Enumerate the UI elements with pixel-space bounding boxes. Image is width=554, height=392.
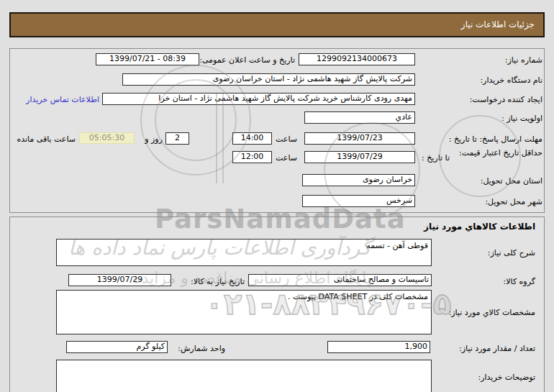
delivery-city-field[interactable]: سرخس <box>302 195 415 207</box>
reply-deadline-date-field[interactable]: 1399/07/23 <box>304 132 415 145</box>
need-details-page: جزئیات اطلاعات نیاز شماره نیاز: 12990921… <box>0 0 554 392</box>
priority-label: اولویت نیاز : <box>501 114 542 123</box>
priority-field[interactable]: عادي <box>304 111 415 124</box>
reply-deadline-hour-label: ساعت <box>276 135 297 144</box>
need-date-field[interactable]: 1399/07/29 <box>68 274 171 286</box>
request-creator-field[interactable]: مهدی رودی کارشناس خرید شرکت پالایش گاز ش… <box>102 93 415 105</box>
announce-datetime-field[interactable]: 1399/07/21 - 08:39 <box>96 53 199 65</box>
delivery-city-label: شهر محل تحویل: <box>485 197 542 206</box>
announce-datetime-label: تاریخ و ساعت اعلان عمومی: <box>199 55 295 65</box>
need-number-field[interactable]: 1299092134000673 <box>299 53 415 65</box>
quantity-field[interactable]: 1,900 <box>327 341 430 353</box>
specs-field[interactable]: مشخصات کلی در DATA SHEET پیوست . <box>56 290 432 334</box>
price-validity-label: حداقل تاریخ اعتبار قیمت: <box>458 148 542 158</box>
specs-label: مشخصات کالاي مورد نیاز: <box>448 308 535 317</box>
need-number-label: شماره نیاز: <box>505 55 542 65</box>
price-validity-date-field[interactable]: 1399/07/29 <box>304 151 415 163</box>
goods-group-field[interactable]: تاسیسات و مصالح ساختمانی <box>248 274 432 286</box>
general-desc-field[interactable]: قوطی آهن - تسمه <box>56 239 432 266</box>
delivery-province-label: استان محل تحویل: <box>481 176 542 186</box>
countdown-timer: 05:05:30 <box>79 132 135 144</box>
buyer-notes-label: توضیحات خریدار: <box>478 373 536 382</box>
days-and-label: روز و <box>145 135 163 144</box>
general-desc-label: شرح کلی نیاز: <box>488 248 535 257</box>
reply-deadline-time-field[interactable]: 14:00 <box>232 132 272 145</box>
buyer-notes-field[interactable] <box>56 360 432 392</box>
quantity-label: تعداد / مقدار مورد نیاز: <box>459 344 535 353</box>
reply-deadline-label: مهلت ارسال پاسخ: تا تاریخ : <box>449 135 542 144</box>
buyer-org-label: نام دستگاه خریدار: <box>480 76 542 85</box>
unit-field[interactable]: کیلو گرم <box>66 341 168 353</box>
buyer-org-field[interactable]: شرکت پالایش گاز شهید هاشمی نژاد - استان … <box>122 73 415 86</box>
goods-section-title: اطلاعات کالاهاي مورد نياز <box>424 222 535 232</box>
goods-group-label: گروه کالا: <box>504 277 535 286</box>
remaining-days-field[interactable]: 2 <box>165 132 189 145</box>
request-creator-label: ایجاد کننده درخواست: <box>470 95 542 104</box>
price-validity-time-field[interactable]: 12:00 <box>232 151 272 163</box>
page-title: جزئیات اطلاعات نیاز <box>9 12 545 37</box>
delivery-province-field[interactable]: خراسان رضوی <box>302 174 415 186</box>
unit-label: واحد شمارش: <box>178 344 225 353</box>
buyer-contact-link[interactable]: اطلاعات تماس خریدار <box>26 95 99 104</box>
need-date-label: تاریخ نیاز به کالا: <box>191 277 245 286</box>
price-validity-until-label: تا تاریخ : <box>422 153 450 163</box>
hours-remaining-label: ساعت باقی مانده <box>17 135 76 144</box>
price-validity-hour-label: ساعت <box>276 153 297 163</box>
